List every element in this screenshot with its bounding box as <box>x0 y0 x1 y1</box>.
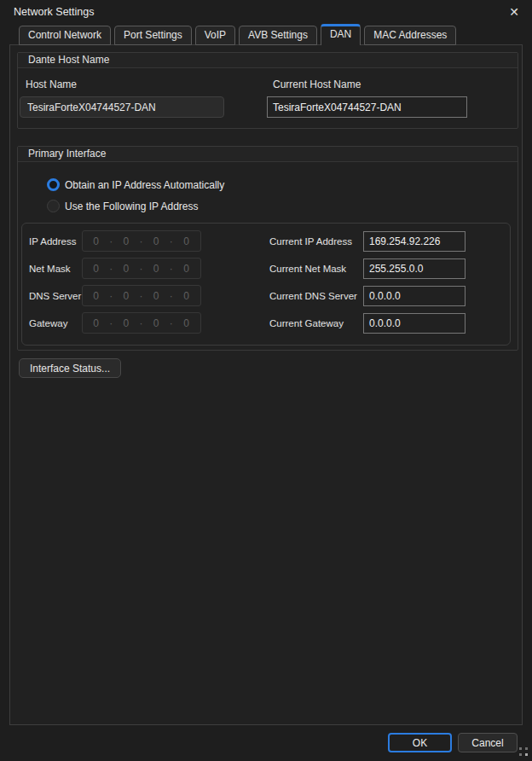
dns-server-input: 0 · 0 · 0 · 0 <box>82 285 201 306</box>
title-bar: Network Settings ✕ <box>0 0 532 24</box>
host-name-label: Host Name <box>26 78 224 90</box>
ip-address-label: IP Address <box>29 236 82 247</box>
net-mask-input: 0 · 0 · 0 · 0 <box>82 258 201 279</box>
dante-host-name-group: Dante Host Name Host Name Current Host N… <box>17 52 518 129</box>
current-dns-server-label: Current DNS Server <box>269 291 363 301</box>
current-host-name-label: Current Host Name <box>273 78 467 90</box>
net-mask-label: Net Mask <box>29 264 82 274</box>
gateway-input: 0 · 0 · 0 · 0 <box>82 312 201 334</box>
close-icon[interactable]: ✕ <box>505 3 523 20</box>
dns-server-row: DNS Server 0 · 0 · 0 · 0 Current DNS Ser… <box>29 285 510 306</box>
radio-use-following-ip[interactable]: Use the Following IP Address <box>47 200 518 212</box>
cancel-button[interactable]: Cancel <box>458 733 518 752</box>
ip-settings-panel: IP Address 0 · 0 · 0 · 0 Current IP Addr… <box>21 223 511 346</box>
tab-avb-settings[interactable]: AVB Settings <box>239 26 317 45</box>
tab-control-network[interactable]: Control Network <box>19 26 111 45</box>
dialog-title: Network Settings <box>14 6 94 18</box>
gateway-row: Gateway 0 · 0 · 0 · 0 Current Gateway 0.… <box>29 312 510 334</box>
current-dns-server-value[interactable]: 0.0.0.0 <box>363 286 466 306</box>
tab-port-settings[interactable]: Port Settings <box>114 26 192 45</box>
radio-obtain-ip-automatically[interactable]: Obtain an IP Address Automatically <box>47 178 518 191</box>
current-ip-address-value[interactable]: 169.254.92.226 <box>363 231 466 252</box>
current-ip-address-label: Current IP Address <box>269 236 363 247</box>
primary-interface-group-title: Primary Interface <box>18 147 518 162</box>
primary-interface-group: Primary Interface Obtain an IP Address A… <box>17 146 518 351</box>
gateway-label: Gateway <box>29 318 82 328</box>
dns-server-label: DNS Server <box>29 291 82 301</box>
radio-unselected-icon[interactable] <box>47 200 60 212</box>
current-gateway-label: Current Gateway <box>269 318 363 328</box>
ip-address-row: IP Address 0 · 0 · 0 · 0 Current IP Addr… <box>29 230 510 252</box>
tab-voip[interactable]: VoIP <box>195 26 235 45</box>
ip-address-input: 0 · 0 · 0 · 0 <box>82 230 201 252</box>
radio-selected-icon[interactable] <box>47 178 60 191</box>
tab-page-dan: Dante Host Name Host Name Current Host N… <box>9 44 523 725</box>
net-mask-row: Net Mask 0 · 0 · 0 · 0 Current Net Mask … <box>29 258 510 279</box>
current-host-name-value[interactable]: TesiraForteX04744527-DAN <box>267 96 467 118</box>
current-gateway-value[interactable]: 0.0.0.0 <box>363 313 466 334</box>
tab-mac-addresses[interactable]: MAC Addresses <box>364 26 456 45</box>
dante-host-name-group-title: Dante Host Name <box>18 53 518 68</box>
ok-button[interactable]: OK <box>388 733 452 752</box>
current-net-mask-value[interactable]: 255.255.0.0 <box>363 259 466 279</box>
current-net-mask-label: Current Net Mask <box>269 264 363 274</box>
resize-grip[interactable] <box>518 746 529 758</box>
tab-dan[interactable]: DAN <box>321 24 361 45</box>
tab-bar: Control Network Port Settings VoIP AVB S… <box>0 24 532 45</box>
host-name-input[interactable] <box>20 96 224 118</box>
interface-status-button[interactable]: Interface Status... <box>19 358 121 378</box>
dialog-footer: OK Cancel <box>0 725 532 752</box>
